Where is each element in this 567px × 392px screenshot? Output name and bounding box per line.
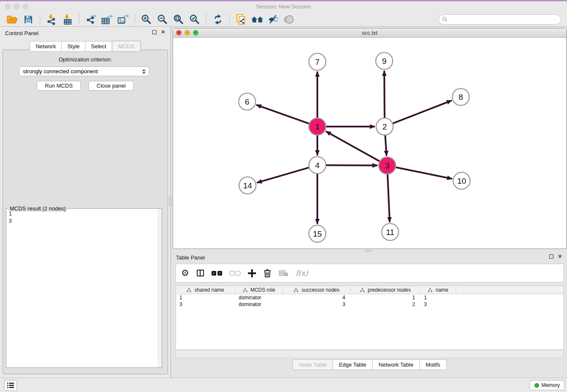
node-table: shared nameMCDS rolesuccessor nodesprede… (176, 286, 564, 350)
column-header-shared-name[interactable]: shared name (176, 286, 235, 294)
network-close-button[interactable]: ✕ (176, 30, 182, 36)
clone-network-icon[interactable] (235, 14, 248, 25)
zoom-in-icon[interactable] (140, 14, 153, 25)
graph-node-label: 10 (457, 177, 466, 185)
table-cell[interactable]: 1 (176, 294, 235, 301)
toolbar-separator (79, 14, 80, 25)
table-cell[interactable]: 2 (351, 301, 421, 308)
table-cell[interactable]: 1 (351, 294, 421, 301)
network-window-titlebar[interactable]: ✕ − + scc.txt (173, 28, 566, 38)
graph-node-8[interactable]: 8 (452, 88, 469, 105)
search-input[interactable] (449, 17, 557, 22)
graph-node-4[interactable]: 4 (309, 157, 326, 174)
table-cell[interactable]: 1 (421, 294, 456, 301)
fit-content-icon[interactable] (172, 14, 185, 25)
graph-node-11[interactable]: 11 (382, 224, 399, 240)
first-neighbors-icon[interactable] (251, 14, 264, 25)
table-horizontal-scrollbar[interactable] (176, 351, 564, 358)
table-cell[interactable]: dominator (235, 294, 283, 301)
network-zoom-button[interactable]: + (193, 30, 198, 36)
criterion-selected-value: strongly connected component (23, 68, 142, 75)
close-panel-button[interactable]: Close panel (88, 81, 134, 91)
network-minimize-button[interactable]: − (184, 30, 190, 36)
graph-node-9[interactable]: 9 (376, 52, 393, 69)
save-session-icon[interactable] (22, 14, 35, 25)
export-image-icon[interactable] (117, 14, 129, 25)
close-panel-icon[interactable]: ✕ (161, 30, 165, 34)
tab-select[interactable]: Select (85, 41, 112, 52)
graph-node-2[interactable]: 2 (376, 118, 393, 135)
network-canvas[interactable]: 7968124314101511 (173, 38, 566, 248)
tab-node-table[interactable]: Node Table (292, 359, 333, 370)
float-table-panel-icon[interactable] (549, 254, 553, 259)
tab-style[interactable]: Style (62, 41, 85, 52)
graph-edge-3-11[interactable] (388, 174, 390, 222)
criterion-dropdown[interactable]: strongly connected component (19, 66, 149, 76)
graph-node-label: 1 (315, 122, 320, 131)
tab-network[interactable]: Network (30, 41, 62, 52)
graph-node-3[interactable]: 3 (379, 157, 396, 174)
graph-edge-4-14[interactable] (257, 168, 309, 183)
mcds-result-box: 1 3 MCDS result (2 nodes) (6, 208, 162, 368)
graph-node-1[interactable]: 1 (309, 118, 326, 135)
export-table-icon[interactable] (101, 14, 113, 25)
table-settings-icon[interactable]: ⚙ (181, 267, 189, 279)
import-network-icon[interactable] (45, 14, 58, 25)
apply-layout-icon[interactable] (212, 14, 224, 25)
graph-edge-1-6[interactable] (256, 105, 309, 124)
tab-edge-table[interactable]: Edge Table (333, 359, 373, 370)
graph-edge-4-3[interactable] (326, 165, 377, 166)
tab-network-table[interactable]: Network Table (373, 359, 420, 370)
graph-edge-3-10[interactable] (396, 167, 452, 179)
result-scrollbar[interactable] (158, 209, 162, 367)
search-field[interactable] (438, 14, 561, 25)
select-all-rows-icon[interactable]: ✓✓ (212, 267, 222, 279)
table-cell[interactable]: dominator (235, 301, 283, 308)
graph-node-label: 9 (382, 57, 387, 66)
zoom-selected-icon[interactable] (188, 14, 201, 25)
graph-edge-2-8[interactable] (393, 100, 452, 123)
column-label: shared name (194, 287, 224, 293)
column-label: successor nodes (301, 287, 339, 293)
table-cell[interactable]: 3 (176, 301, 235, 308)
table-cell[interactable]: 4 (283, 294, 351, 301)
float-panel-icon[interactable] (152, 30, 157, 34)
function-builder-icon[interactable]: f(x) (296, 267, 308, 279)
delete-table-icon[interactable] (279, 267, 288, 279)
memory-button-label: Memory (542, 382, 560, 388)
run-mcds-button[interactable]: Run MCDS (37, 81, 81, 91)
add-column-icon[interactable] (248, 267, 256, 279)
memory-button[interactable]: Memory (530, 380, 564, 390)
task-history-button[interactable] (4, 380, 17, 391)
graph-node-10[interactable]: 10 (453, 172, 470, 189)
table-cell[interactable]: 3 (421, 301, 456, 308)
tab-motifs[interactable]: Motifs (420, 359, 447, 370)
column-header-predecessor-nodes[interactable]: predecessor nodes (351, 286, 421, 294)
export-network-icon[interactable] (85, 14, 97, 25)
column-header-successor-nodes[interactable]: successor nodes (283, 286, 351, 294)
bird-eye-view-icon[interactable] (283, 14, 296, 25)
close-table-panel-icon[interactable]: ✕ (558, 254, 562, 259)
graph-edge-2-3[interactable] (385, 135, 386, 156)
zoom-out-icon[interactable] (156, 14, 169, 25)
graph-edge-3-1[interactable] (326, 131, 380, 161)
graph-node-14[interactable]: 14 (239, 177, 256, 194)
graph-node-6[interactable]: 6 (239, 93, 256, 110)
tab-mcds[interactable]: MCDS (112, 41, 140, 52)
import-table-icon[interactable] (61, 14, 74, 25)
graph-node-7[interactable]: 7 (309, 53, 326, 70)
mcds-result-text[interactable]: 1 3 (6, 209, 158, 367)
graph-node-15[interactable]: 15 (309, 225, 326, 242)
column-header-name[interactable]: name (421, 286, 456, 294)
column-header-mcds-role[interactable]: MCDS role (235, 286, 283, 294)
table-row[interactable]: 1dominator411 (176, 294, 563, 301)
deselect-all-rows-icon[interactable] (230, 267, 240, 279)
table-header-row: shared nameMCDS rolesuccessor nodesprede… (176, 286, 563, 294)
open-session-icon[interactable] (6, 14, 19, 25)
delete-column-icon[interactable] (264, 267, 271, 279)
graph-edge-2-9[interactable] (384, 71, 385, 118)
graphics-details-icon[interactable] (267, 14, 280, 25)
table-row[interactable]: 3dominator323 (176, 301, 563, 308)
table-cell[interactable]: 3 (283, 301, 351, 308)
split-columns-icon[interactable] (197, 267, 204, 279)
